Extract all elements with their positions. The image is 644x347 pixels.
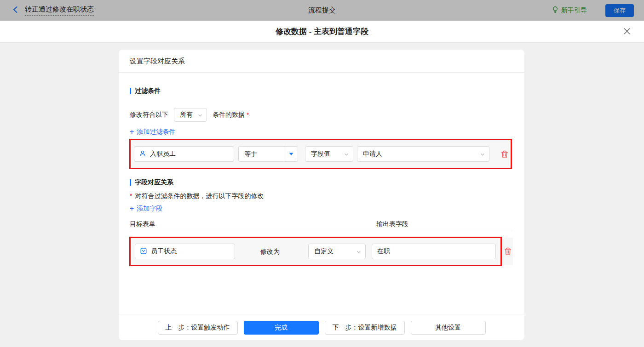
filter-section-title: 过滤条件 (130, 87, 161, 95)
modal-header: 修改数据 - 主表到普通字段 (0, 21, 644, 43)
mapping-row: 员工状态 修改为 自定义 (130, 238, 513, 265)
select-field-icon (140, 247, 147, 256)
delete-mapping-button[interactable] (504, 247, 512, 256)
value-mode-select[interactable]: 自定义 (308, 244, 366, 259)
chevron-down-icon (356, 249, 362, 256)
filter-condition-row-highlight: 入职员工 等于 字段值 申请人 (129, 139, 512, 169)
required-mark: * (130, 192, 132, 200)
required-mark: * (247, 111, 249, 119)
chevron-down-icon (197, 112, 203, 119)
plus-icon: + (130, 129, 134, 135)
trash-icon (500, 153, 509, 160)
modal-dim-overlay (0, 0, 644, 21)
card-title: 设置字段对应关系 (119, 50, 524, 73)
done-button[interactable]: 完成 (244, 321, 319, 335)
modal-title: 修改数据 - 主表到普通字段 (276, 26, 368, 37)
compare-value-select[interactable]: 申请人 (357, 146, 489, 162)
mapping-description: * 对符合过滤条件的数据，进行以下字段的修改 (130, 192, 264, 200)
trash-icon (504, 250, 512, 257)
filter-match-line: 修改符合以下 所有 条件的数据 * (130, 108, 249, 122)
next-step-button[interactable]: 下一步：设置新增数据 (325, 321, 405, 335)
column-header-target-form: 目标表单 (130, 220, 155, 228)
custom-value-input[interactable] (372, 244, 496, 259)
value-type-select[interactable]: 字段值 (305, 146, 353, 162)
other-settings-button[interactable]: 其他设置 (411, 321, 486, 335)
prev-step-button[interactable]: 上一步：设置触发动作 (158, 321, 238, 335)
edit-data-modal: 修改数据 - 主表到普通字段 设置字段对应关系 过滤条件 修改符合以下 所有 (0, 21, 644, 347)
operator-dropdown-button[interactable] (284, 147, 298, 161)
mapping-section-title: 字段对应关系 (130, 178, 173, 187)
section-accent-bar (130, 88, 131, 94)
field-mapping-card: 设置字段对应关系 过滤条件 修改符合以下 所有 条件的数据 * + 添加过滤条件 (119, 50, 524, 340)
match-suffix-label: 条件的数据 (213, 111, 245, 119)
plus-icon: + (130, 205, 134, 212)
operator-select[interactable]: 等于 (238, 146, 298, 162)
column-header-output-field: 输出表字段 (376, 220, 408, 228)
chevron-down-icon (480, 151, 485, 159)
close-icon (623, 27, 631, 37)
card-footer: 上一步：设置触发动作 完成 下一步：设置新增数据 其他设置 (119, 314, 524, 340)
section-accent-bar (130, 179, 131, 186)
match-prefix-label: 修改符合以下 (130, 111, 168, 119)
modify-to-label: 修改为 (260, 248, 280, 256)
target-field-select[interactable]: 员工状态 (135, 244, 235, 259)
add-filter-condition-link[interactable]: + 添加过滤条件 (130, 128, 175, 136)
close-button[interactable] (622, 27, 632, 37)
add-field-link[interactable]: + 添加字段 (130, 205, 162, 213)
match-mode-select[interactable]: 所有 (174, 108, 207, 122)
chevron-down-icon (344, 151, 349, 159)
member-field-icon (139, 150, 146, 159)
filter-field-select[interactable]: 入职员工 (134, 146, 234, 162)
table-divider (130, 231, 512, 231)
delete-condition-button[interactable] (500, 150, 509, 159)
triangle-down-icon (288, 152, 294, 156)
top-bar: 转正通过修改在职状态 流程提交 新手引导 保存 (0, 0, 644, 21)
